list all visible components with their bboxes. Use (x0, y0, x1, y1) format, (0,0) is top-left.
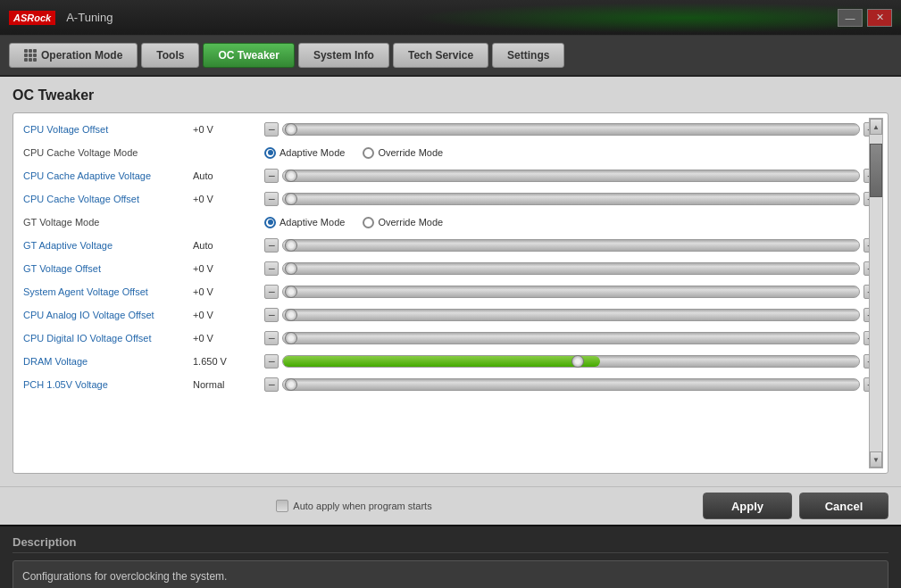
label-dram-voltage: DRAM Voltage (23, 356, 193, 367)
tab-settings-label: Settings (507, 49, 549, 62)
row-gt-voltage-offset: GT Voltage Offset +0 V − + (18, 257, 883, 280)
row-cpu-voltage-offset: CPU Voltage Offset +0 V − + (18, 118, 883, 141)
slider-gt-adaptive[interactable] (282, 239, 860, 252)
tab-tech-service-label: Tech Service (408, 49, 473, 62)
tab-operation-mode[interactable]: Operation Mode (9, 43, 138, 68)
row-cpu-cache-adaptive-voltage: CPU Cache Adaptive Voltage Auto − + (18, 164, 883, 187)
decrease-cpu-voltage[interactable]: − (264, 122, 279, 137)
tab-system-info[interactable]: System Info (298, 43, 389, 68)
label-cpu-cache-adaptive-voltage: CPU Cache Adaptive Voltage (23, 170, 193, 181)
radio-label-override-1: Override Mode (378, 147, 443, 158)
radio-label-gt-adaptive: Adaptive Mode (279, 217, 345, 228)
radio-circle-adaptive-1 (264, 147, 276, 159)
row-system-agent-voltage: System Agent Voltage Offset +0 V − + (18, 280, 883, 303)
value-cpu-digital-io: +0 V (193, 333, 264, 344)
slider-cpu-analog-io[interactable] (282, 309, 860, 321)
scroll-down-arrow[interactable]: ▼ (870, 451, 882, 468)
decrease-cpu-digital-io[interactable]: − (264, 331, 279, 345)
value-system-agent-voltage: +0 V (193, 286, 264, 297)
scroll-thumb[interactable] (870, 144, 882, 197)
row-cpu-analog-io: CPU Analog IO Voltage Offset +0 V − + (18, 303, 883, 327)
tab-oc-tweaker-label: OC Tweaker (218, 49, 279, 62)
decrease-gt-offset[interactable]: − (264, 261, 279, 276)
titlebar: ASRock A-Tuning — ✕ (0, 0, 901, 36)
slider-cpu-digital-io[interactable] (282, 332, 860, 344)
tab-tech-service[interactable]: Tech Service (393, 43, 488, 68)
section-title: OC Tweaker (13, 87, 888, 104)
value-gt-adaptive-voltage: Auto (193, 240, 264, 251)
slider-thumb-dram (571, 355, 584, 368)
value-gt-voltage-offset: +0 V (193, 263, 264, 274)
slider-pch-voltage[interactable] (282, 378, 860, 391)
controls-cpu-cache-voltage-offset: − + (264, 192, 878, 206)
minimize-button[interactable]: — (838, 9, 863, 27)
radio-label-adaptive-1: Adaptive Mode (279, 147, 345, 158)
auto-apply-checkbox[interactable] (276, 500, 288, 512)
radio-override-mode-1[interactable]: Override Mode (363, 147, 443, 159)
radio-cpu-cache-voltage-mode: Adaptive Mode Override Mode (264, 147, 878, 159)
decrease-cpu-cache-offset[interactable]: − (264, 192, 279, 206)
slider-thumb-cpu-analog-io (285, 309, 297, 321)
label-gt-adaptive-voltage: GT Adaptive Voltage (23, 240, 193, 251)
tab-tools-label: Tools (156, 49, 184, 62)
radio-gt-voltage-mode: Adaptive Mode Override Mode (264, 217, 878, 228)
decrease-pch-voltage[interactable]: − (264, 377, 279, 392)
app-title: A-Tuning (66, 11, 113, 24)
tab-operation-mode-label: Operation Mode (41, 49, 122, 62)
tab-tools[interactable]: Tools (141, 43, 199, 68)
scroll-track[interactable] (870, 135, 882, 451)
slider-system-agent[interactable] (282, 286, 860, 298)
controls-dram-voltage: − + (264, 354, 878, 369)
close-button[interactable]: ✕ (867, 9, 892, 27)
navbar: Operation Mode Tools OC Tweaker System I… (0, 36, 901, 77)
label-cpu-cache-voltage-mode: CPU Cache Voltage Mode (23, 147, 193, 158)
tab-system-info-label: System Info (313, 49, 374, 62)
label-gt-voltage-offset: GT Voltage Offset (23, 263, 193, 274)
controls-gt-voltage-offset: − + (264, 261, 878, 276)
description-title: Description (13, 535, 888, 553)
scroll-up-arrow[interactable]: ▲ (870, 119, 882, 135)
slider-thumb-cpu-cache-adaptive (285, 170, 297, 182)
decrease-dram-voltage[interactable]: − (264, 354, 279, 369)
slider-fill-dram (283, 356, 600, 367)
decrease-cpu-cache-adaptive[interactable]: − (264, 169, 279, 183)
cancel-button[interactable]: Cancel (799, 493, 888, 519)
radio-circle-gt-override (363, 217, 374, 228)
row-gt-voltage-mode: GT Voltage Mode Adaptive Mode Override M… (18, 211, 883, 234)
radio-gt-override[interactable]: Override Mode (363, 217, 443, 228)
label-cpu-analog-io: CPU Analog IO Voltage Offset (23, 310, 193, 320)
slider-cpu-cache-offset[interactable] (282, 193, 860, 205)
controls-cpu-voltage-offset: − + (264, 122, 878, 137)
scrollbar[interactable]: ▲ ▼ (869, 118, 883, 468)
slider-thumb-system-agent (285, 286, 297, 298)
slider-cpu-voltage[interactable] (282, 123, 860, 136)
decrease-cpu-analog-io[interactable]: − (264, 308, 279, 322)
decrease-system-agent[interactable]: − (264, 285, 279, 299)
radio-gt-adaptive[interactable]: Adaptive Mode (264, 217, 345, 228)
slider-gt-offset[interactable] (282, 262, 860, 275)
slider-thumb-gt-adaptive (285, 239, 297, 252)
tab-oc-tweaker[interactable]: OC Tweaker (203, 43, 294, 68)
window-controls: — ✕ (838, 9, 892, 27)
radio-circle-override-1 (363, 147, 374, 159)
row-dram-voltage: DRAM Voltage 1.650 V − + (18, 350, 883, 373)
radio-adaptive-mode-1[interactable]: Adaptive Mode (264, 147, 345, 159)
description-body: Configurations for overclocking the syst… (13, 560, 888, 588)
slider-cpu-cache-adaptive[interactable] (282, 170, 860, 182)
decrease-gt-adaptive[interactable]: − (264, 238, 279, 253)
row-gt-adaptive-voltage: GT Adaptive Voltage Auto − + (18, 234, 883, 257)
grid-icon (24, 49, 37, 62)
value-cpu-analog-io: +0 V (193, 310, 264, 320)
tab-settings[interactable]: Settings (492, 43, 564, 68)
value-dram-voltage: 1.650 V (193, 356, 264, 367)
slider-dram-voltage[interactable] (282, 355, 860, 368)
row-cpu-digital-io: CPU Digital IO Voltage Offset +0 V − + (18, 327, 883, 350)
bottom-controls: Auto apply when program starts Apply Can… (0, 486, 901, 525)
row-cpu-cache-voltage-offset: CPU Cache Voltage Offset +0 V − + (18, 187, 883, 211)
slider-thumb-cpu-digital-io (285, 332, 297, 344)
label-cpu-digital-io: CPU Digital IO Voltage Offset (23, 333, 193, 344)
value-cpu-cache-voltage-offset: +0 V (193, 194, 264, 204)
description-panel: Description Configurations for overclock… (0, 525, 901, 588)
apply-button[interactable]: Apply (703, 493, 792, 519)
auto-apply-label: Auto apply when program starts (293, 501, 431, 511)
